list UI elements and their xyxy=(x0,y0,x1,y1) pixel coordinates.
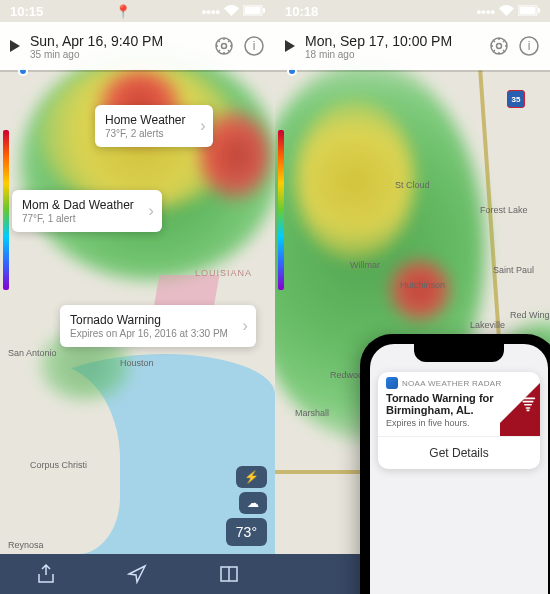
svg-point-12 xyxy=(491,38,507,54)
header-text[interactable]: Mon, Sep 17, 10:00 PM 18 min ago xyxy=(305,33,480,60)
notification-mockup-phone: NOAA WEATHER RADAR Tornado Warning for B… xyxy=(360,334,550,594)
mockup-screen: NOAA WEATHER RADAR Tornado Warning for B… xyxy=(370,344,548,594)
city-label: St Cloud xyxy=(395,180,430,190)
city-label: Reynosa xyxy=(8,540,44,550)
scale-label: Mixed xyxy=(275,263,276,284)
play-button[interactable] xyxy=(285,40,295,52)
get-details-button[interactable]: Get Details xyxy=(378,436,540,469)
header-bar: Mon, Sep 17, 10:00 PM 18 min ago i xyxy=(275,22,550,70)
city-label: Red Wing xyxy=(510,310,550,320)
notification-app-name: NOAA WEATHER RADAR xyxy=(402,379,502,388)
notification-card[interactable]: NOAA WEATHER RADAR Tornado Warning for B… xyxy=(378,372,540,469)
location-icon[interactable] xyxy=(126,563,148,585)
chevron-right-icon: › xyxy=(243,317,248,335)
callout-mom-dad-weather[interactable]: Mom & Dad Weather 77°F, 1 alert › xyxy=(12,190,162,232)
scale-label: Snow xyxy=(0,184,1,204)
header-subtitle: 18 min ago xyxy=(305,49,480,60)
svg-point-13 xyxy=(497,44,502,49)
callout-tornado-warning[interactable]: Tornado Warning Expires on Apr 16, 2016 … xyxy=(60,305,256,347)
share-icon[interactable] xyxy=(35,563,57,585)
callout-title: Home Weather xyxy=(105,113,185,127)
left-screenshot: San Antonio Houston Corpus Christi Reyno… xyxy=(0,0,275,594)
info-icon[interactable]: i xyxy=(243,35,265,57)
layers-icon[interactable] xyxy=(218,563,240,585)
city-label: Houston xyxy=(120,358,154,368)
header-date: Sun, Apr 16, 9:40 PM xyxy=(30,33,205,49)
header-bar: Sun, Apr 16, 9:40 PM 35 min ago i xyxy=(0,22,275,70)
svg-text:i: i xyxy=(253,39,256,53)
svg-rect-11 xyxy=(538,8,540,13)
city-label: Saint Paul xyxy=(493,265,534,275)
wifi-icon xyxy=(224,4,239,19)
bottom-toolbar xyxy=(0,554,275,594)
temperature-pill[interactable]: 73° xyxy=(226,518,267,546)
timeline-scrubber[interactable] xyxy=(275,70,550,72)
scale-label: Mixed xyxy=(0,263,1,284)
callout-subtitle: 73°F, 2 alerts xyxy=(105,128,185,139)
city-label: Lakeville xyxy=(470,320,505,330)
info-icon[interactable]: i xyxy=(518,35,540,57)
timeline-scrubber[interactable] xyxy=(0,70,275,72)
header-date: Mon, Sep 17, 10:00 PM xyxy=(305,33,480,49)
callout-title: Mom & Dad Weather xyxy=(22,198,134,212)
chevron-right-icon: › xyxy=(149,202,154,220)
city-label: Marshall xyxy=(295,408,329,418)
callout-home-weather[interactable]: Home Weather 73°F, 2 alerts › xyxy=(95,105,213,147)
scale-label: Snow xyxy=(275,184,276,204)
app-icon xyxy=(386,377,398,389)
cloud-button[interactable]: ☁ xyxy=(239,492,267,514)
svg-rect-10 xyxy=(520,6,536,14)
status-time: 10:18 xyxy=(285,4,318,19)
callout-subtitle: 77°F, 1 alert xyxy=(22,213,134,224)
header-text[interactable]: Sun, Apr 16, 9:40 PM 35 min ago xyxy=(30,33,205,60)
right-screenshot: 35 90 Saint Paul Forest Lake St Cloud Re… xyxy=(275,0,550,594)
wifi-icon xyxy=(499,4,514,19)
radar-color-scale xyxy=(278,130,284,290)
play-button[interactable] xyxy=(10,40,20,52)
svg-point-3 xyxy=(216,38,232,54)
status-bar: 10:18 •••• xyxy=(275,0,550,22)
chevron-right-icon: › xyxy=(200,117,205,135)
city-label: Forest Lake xyxy=(480,205,528,215)
header-subtitle: 35 min ago xyxy=(30,49,205,60)
svg-rect-2 xyxy=(263,8,265,13)
phone-notch xyxy=(414,344,504,362)
weather-widget: ⚡ ☁ 73° xyxy=(226,466,267,546)
city-label: Hutchinson xyxy=(400,280,445,290)
settings-icon[interactable] xyxy=(213,35,235,57)
svg-text:i: i xyxy=(528,39,531,53)
signal-icon: •••• xyxy=(477,4,495,19)
callout-subtitle: Expires on Apr 16, 2016 at 3:30 PM xyxy=(70,328,228,339)
radar-precip-red xyxy=(390,260,450,320)
settings-icon[interactable] xyxy=(488,35,510,57)
city-label: San Antonio xyxy=(8,348,57,358)
svg-point-4 xyxy=(222,44,227,49)
battery-icon xyxy=(243,4,265,19)
svg-rect-1 xyxy=(245,6,261,14)
battery-icon xyxy=(518,4,540,19)
callout-title: Tornado Warning xyxy=(70,313,228,327)
signal-icon: •••• xyxy=(202,4,220,19)
status-bar: 10:15 📍 •••• xyxy=(0,0,275,22)
city-label: Corpus Christi xyxy=(30,460,87,470)
state-label: LOUISIANA xyxy=(195,268,252,278)
radar-color-scale xyxy=(3,130,9,290)
highway-shield: 35 xyxy=(507,90,525,108)
lightning-button[interactable]: ⚡ xyxy=(236,466,267,488)
status-time: 10:15 xyxy=(10,4,43,19)
city-label: Willmar xyxy=(350,260,380,270)
notification-body: Tornado Warning for Birmingham, AL. Expi… xyxy=(378,392,540,436)
tornado-icon xyxy=(500,372,540,436)
